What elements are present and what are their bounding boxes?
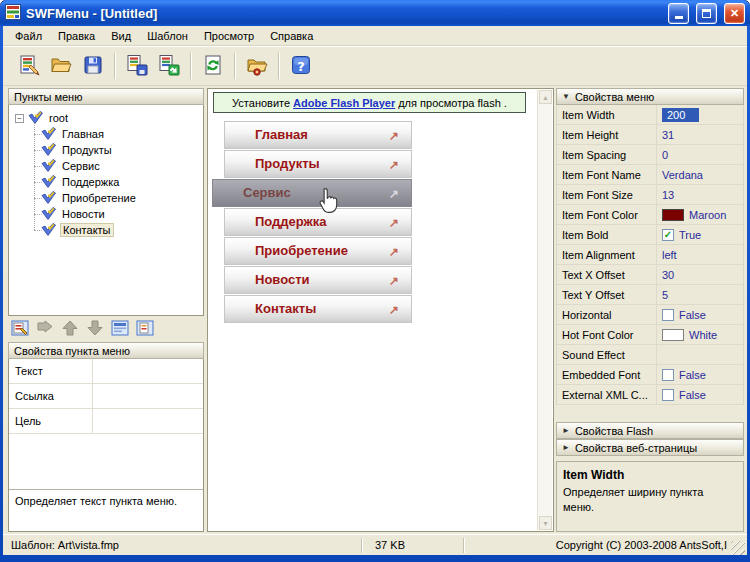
menu-items-tree[interactable]: − root ГлавнаяПродуктыСервисПоддержкаПри… bbox=[8, 105, 204, 316]
property-value[interactable]: 13 bbox=[657, 189, 743, 201]
property-value[interactable]: False bbox=[657, 389, 743, 401]
item-prop-value[interactable] bbox=[93, 384, 203, 408]
close-button[interactable]: ✕ bbox=[724, 3, 745, 24]
delete-item-button[interactable] bbox=[134, 319, 156, 339]
property-row[interactable]: Item Font Size13 bbox=[557, 185, 743, 205]
tree-item-label[interactable]: Продукты bbox=[60, 144, 114, 156]
adobe-flash-player-link[interactable]: Adobe Flash Player bbox=[293, 97, 395, 109]
tree-root-row[interactable]: − root bbox=[15, 110, 201, 126]
preview-menu-item[interactable]: Продукты↗ bbox=[224, 150, 412, 178]
property-value[interactable]: 5 bbox=[657, 289, 743, 301]
property-value[interactable]: Verdana bbox=[657, 169, 743, 181]
item-properties-button[interactable] bbox=[109, 319, 131, 339]
flash-props-section-header[interactable]: ► Свойства Flash bbox=[556, 422, 744, 439]
minimize-button[interactable] bbox=[668, 3, 689, 24]
web-props-section-header[interactable]: ► Свойства веб-страницы bbox=[556, 439, 744, 456]
tree-root-label[interactable]: root bbox=[47, 112, 70, 124]
property-row[interactable]: Item Height31 bbox=[557, 125, 743, 145]
checkbox-icon[interactable] bbox=[662, 389, 674, 401]
item-prop-row[interactable]: Ссылка bbox=[9, 384, 203, 409]
tree-item-label[interactable]: Сервис bbox=[60, 160, 102, 172]
menu-props-section-header[interactable]: ▼ Свойства меню bbox=[556, 88, 744, 105]
item-prop-value[interactable] bbox=[93, 409, 203, 433]
tree-item-label[interactable]: Поддержка bbox=[60, 176, 121, 188]
property-row[interactable]: Item Spacing0 bbox=[557, 145, 743, 165]
tree-item[interactable]: Главная bbox=[41, 126, 201, 142]
export-template-button[interactable] bbox=[121, 51, 153, 81]
checkbox-icon[interactable] bbox=[662, 309, 674, 321]
tree-item-label[interactable]: Новости bbox=[60, 208, 107, 220]
property-value[interactable]: Maroon bbox=[657, 209, 743, 221]
tree-item[interactable]: Контакты bbox=[41, 222, 201, 238]
tree-item[interactable]: Поддержка bbox=[41, 174, 201, 190]
scroll-up-icon[interactable]: ▲ bbox=[539, 90, 552, 104]
save-button[interactable] bbox=[77, 51, 109, 81]
property-row[interactable]: Hot Font ColorWhite bbox=[557, 325, 743, 345]
tree-item-label[interactable]: Приобретение bbox=[60, 192, 138, 204]
preview-menu-item[interactable]: Главная↗ bbox=[224, 121, 412, 149]
property-value-text: False bbox=[679, 389, 706, 401]
item-prop-value[interactable] bbox=[93, 359, 203, 383]
menubar-item-1[interactable]: Файл bbox=[7, 27, 50, 45]
selected-value[interactable]: 200 bbox=[662, 108, 699, 122]
checkbox-icon[interactable]: ✓ bbox=[662, 229, 674, 241]
item-prop-row[interactable]: Цель bbox=[9, 409, 203, 434]
maximize-button[interactable] bbox=[696, 3, 717, 24]
color-swatch bbox=[662, 329, 684, 341]
property-value[interactable]: ✓True bbox=[657, 229, 743, 241]
property-row[interactable]: External XML C...False bbox=[557, 385, 743, 405]
preview-menu-item[interactable]: Сервис↗ bbox=[212, 179, 412, 207]
property-value[interactable]: 200 bbox=[657, 108, 743, 122]
preview-menu-item[interactable]: Приобретение↗ bbox=[224, 237, 412, 265]
resize-grip[interactable] bbox=[731, 541, 745, 555]
tree-item-label[interactable]: Главная bbox=[60, 128, 106, 140]
property-value[interactable]: White bbox=[657, 329, 743, 341]
menubar-item-2[interactable]: Правка bbox=[50, 27, 103, 45]
help-button[interactable]: ? bbox=[285, 51, 317, 81]
publish-button[interactable] bbox=[241, 51, 273, 81]
export-swf-button[interactable] bbox=[153, 51, 185, 81]
property-row[interactable]: Item Font ColorMaroon bbox=[557, 205, 743, 225]
property-row[interactable]: Sound Effect bbox=[557, 345, 743, 365]
property-value[interactable]: False bbox=[657, 309, 743, 321]
collapse-expander-icon[interactable]: − bbox=[15, 114, 24, 123]
menu-node-icon bbox=[41, 207, 56, 222]
preview-menu-item[interactable]: Контакты↗ bbox=[224, 295, 412, 323]
preview-scrollbar[interactable]: ▲ ▼ bbox=[537, 90, 552, 530]
tree-item[interactable]: Приобретение bbox=[41, 190, 201, 206]
tree-item[interactable]: Продукты bbox=[41, 142, 201, 158]
property-value[interactable]: False bbox=[657, 369, 743, 381]
property-value[interactable]: 0 bbox=[657, 149, 743, 161]
property-value[interactable]: 30 bbox=[657, 269, 743, 281]
property-row[interactable]: Item Bold✓True bbox=[557, 225, 743, 245]
property-row[interactable]: Text X Offset30 bbox=[557, 265, 743, 285]
menubar-item-6[interactable]: Справка bbox=[262, 27, 321, 45]
property-value-text: White bbox=[689, 329, 717, 341]
property-row[interactable]: Embedded FontFalse bbox=[557, 365, 743, 385]
property-row[interactable]: HorizontalFalse bbox=[557, 305, 743, 325]
property-row[interactable]: Item Width200 bbox=[557, 105, 743, 125]
property-value[interactable]: 31 bbox=[657, 129, 743, 141]
checkbox-icon[interactable] bbox=[662, 369, 674, 381]
menu-node-icon bbox=[41, 159, 56, 174]
item-prop-row[interactable]: Текст bbox=[9, 359, 203, 384]
tree-item[interactable]: Новости bbox=[41, 206, 201, 222]
tree-item-label[interactable]: Контакты bbox=[60, 223, 114, 237]
item-props-description: Определяет текст пункта меню. bbox=[9, 489, 203, 531]
add-item-button[interactable] bbox=[9, 319, 31, 339]
new-template-button[interactable] bbox=[13, 51, 45, 81]
open-button[interactable] bbox=[45, 51, 77, 81]
refresh-preview-button[interactable] bbox=[197, 51, 229, 81]
menubar-item-3[interactable]: Вид bbox=[103, 27, 139, 45]
property-row[interactable]: Item Font NameVerdana bbox=[557, 165, 743, 185]
menubar-item-4[interactable]: Шаблон bbox=[139, 27, 196, 45]
preview-menu-item[interactable]: Новости↗ bbox=[224, 266, 412, 294]
move-up-icon bbox=[62, 320, 78, 339]
scroll-down-icon[interactable]: ▼ bbox=[539, 516, 552, 530]
property-row[interactable]: Text Y Offset5 bbox=[557, 285, 743, 305]
property-value[interactable]: left bbox=[657, 249, 743, 261]
title-bar[interactable]: SWFMenu - [Untitled] ✕ bbox=[0, 0, 750, 26]
property-row[interactable]: Item Alignmentleft bbox=[557, 245, 743, 265]
tree-item[interactable]: Сервис bbox=[41, 158, 201, 174]
menubar-item-5[interactable]: Просмотр bbox=[196, 27, 262, 45]
